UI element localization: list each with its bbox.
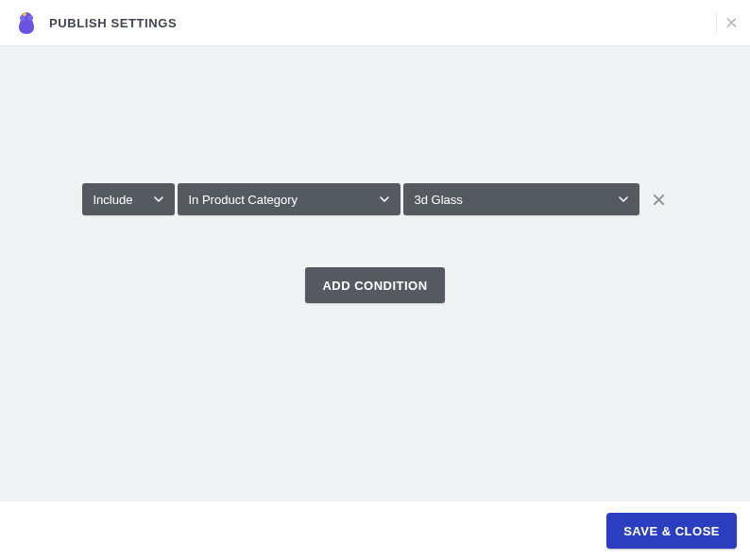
chevron-down-icon: [617, 193, 630, 206]
publish-settings-dialog: PUBLISH SETTINGS Include In Product Cate…: [0, 0, 750, 560]
condition-field-value: In Product Category: [189, 193, 298, 207]
chevron-down-icon: [378, 193, 391, 206]
close-icon: [726, 16, 737, 29]
svg-point-2: [23, 12, 26, 16]
dialog-header: PUBLISH SETTINGS: [0, 0, 750, 46]
condition-type-select[interactable]: Include: [82, 183, 175, 215]
chevron-down-icon: [152, 193, 165, 206]
dialog-body: Include In Product Category 3d Glass: [0, 46, 750, 501]
remove-condition-button[interactable]: [650, 190, 669, 209]
condition-field-select[interactable]: In Product Category: [178, 183, 401, 215]
condition-value-text: 3d Glass: [415, 193, 463, 207]
add-condition-button[interactable]: ADD CONDITION: [305, 267, 444, 303]
dialog-footer: SAVE & CLOSE: [0, 501, 750, 560]
dialog-title: PUBLISH SETTINGS: [49, 16, 177, 30]
brand-logo-icon: [13, 9, 40, 36]
close-icon: [653, 194, 665, 206]
header-left: PUBLISH SETTINGS: [13, 9, 177, 36]
condition-value-select[interactable]: 3d Glass: [403, 183, 639, 215]
svg-point-1: [27, 15, 33, 21]
save-close-button[interactable]: SAVE & CLOSE: [606, 513, 737, 549]
condition-type-value: Include: [94, 193, 133, 207]
close-dialog-button[interactable]: [716, 12, 737, 33]
condition-row: Include In Product Category 3d Glass: [82, 183, 669, 215]
